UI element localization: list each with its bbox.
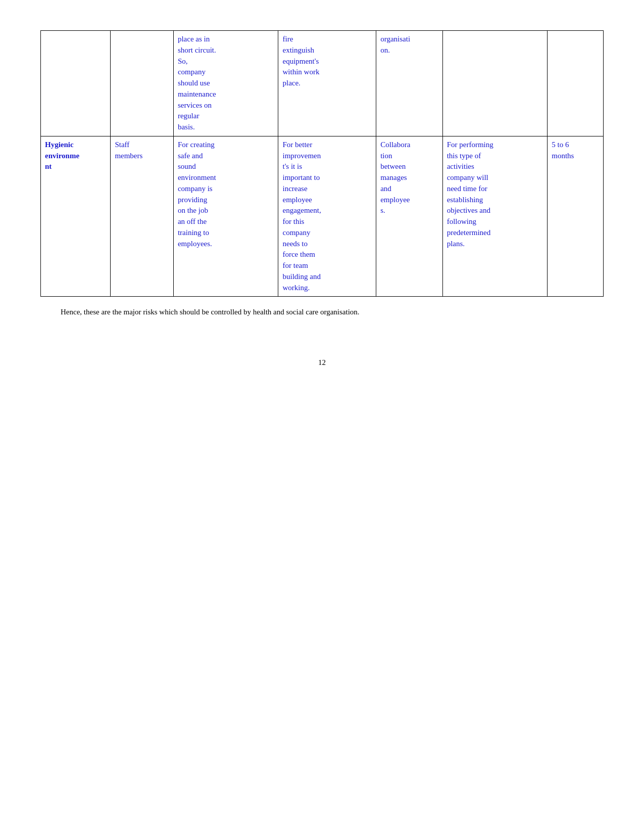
- cell-top-7: [548, 31, 604, 136]
- cell-performing: For performing this type of activities c…: [442, 136, 548, 297]
- cell-top-5: organisati on.: [376, 31, 442, 136]
- conclusion-paragraph: Hence, these are the major risks which s…: [40, 306, 604, 318]
- cell-top-3: place as in short circuit. So, company s…: [173, 31, 278, 136]
- cell-hygienic-label: Hygienic environme nt: [41, 136, 111, 297]
- table-row-hygienic: Hygienic environme nt Staff members For …: [41, 136, 604, 297]
- table-row-top: place as in short circuit. So, company s…: [41, 31, 604, 136]
- cell-better: For better improvemen t's it is importan…: [278, 136, 376, 297]
- cell-staff: Staff members: [111, 136, 174, 297]
- cell-creating: For creating safe and sound environment …: [173, 136, 278, 297]
- page-wrapper: place as in short circuit. So, company s…: [40, 30, 604, 367]
- cell-top-4: fire extinguish equipment's within work …: [278, 31, 376, 136]
- cell-collaboration: Collabora tion between manages and emplo…: [376, 136, 442, 297]
- page-number: 12: [40, 358, 604, 367]
- main-table: place as in short circuit. So, company s…: [40, 30, 604, 297]
- cell-top-6: [442, 31, 548, 136]
- cell-top-2: [111, 31, 174, 136]
- cell-months: 5 to 6 months: [548, 136, 604, 297]
- cell-top-1: [41, 31, 111, 136]
